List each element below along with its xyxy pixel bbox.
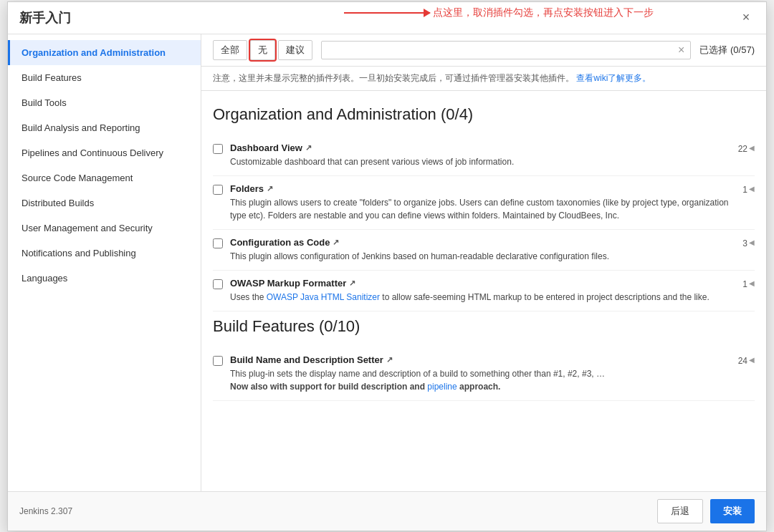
- plugin-link-icon-config-as-code: ↗: [333, 238, 339, 247]
- sidebar-item-org-admin[interactable]: Organization and Administration: [8, 40, 201, 65]
- plugin-content-config-as-code: Configuration as Code ↗ This plugin allo…: [230, 237, 735, 263]
- plugin-checkbox-build-name-setter[interactable]: [213, 356, 223, 366]
- notice-wiki-link[interactable]: 查看wiki了解更多。: [576, 73, 651, 83]
- section-title-org-admin: Organization and Administration (0/4): [213, 105, 755, 124]
- tab-suggest[interactable]: 建议: [278, 40, 312, 60]
- plugin-desc-folders: This plugin allows users to create "fold…: [230, 196, 735, 222]
- sidebar-item-build-features[interactable]: Build Features: [8, 65, 201, 90]
- dialog-title: 新手入门: [19, 9, 71, 26]
- section-title-build-features: Build Features (0/10): [213, 317, 755, 336]
- plugin-desc-dashboard-view: Customizable dashboard that can present …: [230, 155, 731, 168]
- plugin-item-config-as-code: Configuration as Code ↗ This plugin allo…: [213, 230, 755, 271]
- pipeline-link[interactable]: pipeline: [427, 382, 457, 392]
- annotation-arrow-line: [344, 12, 430, 14]
- main-dialog: 新手入门 点这里，取消插件勾选，再点安装按钮进入下一步 × Organizati…: [7, 1, 767, 531]
- jenkins-version: Jenkins 2.307: [19, 506, 72, 516]
- plugin-count-build-name-setter: 24 ◀: [738, 354, 755, 366]
- plugin-link-icon-owasp: ↗: [349, 279, 355, 288]
- owasp-sanitizer-link[interactable]: OWASP Java HTML Sanitizer: [267, 292, 380, 302]
- sidebar-item-notifications[interactable]: Notifications and Publishing: [8, 241, 201, 266]
- plugin-content-dashboard-view: Dashboard View ↗ Customizable dashboard …: [230, 142, 731, 168]
- plugin-link-icon-folders: ↗: [267, 184, 273, 193]
- footer-buttons: 后退 安装: [657, 499, 755, 523]
- back-button[interactable]: 后退: [657, 499, 703, 523]
- dialog-header: 新手入门 点这里，取消插件勾选，再点安装按钮进入下一步 ×: [8, 2, 766, 34]
- plugin-item-folders: Folders ↗ This plugin allows users to cr…: [213, 176, 755, 230]
- plugin-count-dashboard-view: 22 ◀: [738, 142, 755, 154]
- plugin-item-dashboard-view: Dashboard View ↗ Customizable dashboard …: [213, 135, 755, 176]
- annotation: 点这里，取消插件勾选，再点安装按钮进入下一步: [344, 6, 654, 19]
- sidebar: Organization and Administration Build Fe…: [8, 34, 201, 491]
- plugin-count-folders: 1 ◀: [742, 183, 755, 195]
- plugin-count-owasp: 1 ◀: [742, 278, 755, 289]
- sidebar-item-source-code[interactable]: Source Code Management: [8, 165, 201, 190]
- sidebar-item-build-analysis[interactable]: Build Analysis and Reporting: [8, 115, 201, 140]
- sidebar-item-user-management[interactable]: User Management and Security: [8, 216, 201, 241]
- plugin-name-dashboard-view: Dashboard View ↗: [230, 142, 731, 153]
- notice-bar: 注意，这里并未显示完整的插件列表。一旦初始安装完成后，可通过插件管理器安装其他插…: [201, 67, 766, 91]
- plugin-item-build-name-setter: Build Name and Description Setter ↗ This…: [213, 347, 755, 401]
- sidebar-item-build-tools[interactable]: Build Tools: [8, 90, 201, 115]
- plugin-list: Organization and Administration (0/4) Da…: [201, 91, 766, 491]
- selected-count: 已选择 (0/57): [699, 44, 755, 57]
- dialog-footer: Jenkins 2.307 后退 安装: [8, 491, 766, 531]
- search-box: ×: [321, 41, 691, 59]
- close-button[interactable]: ×: [737, 9, 755, 26]
- plugin-link-icon-build-name-setter: ↗: [386, 355, 393, 364]
- plugin-count-config-as-code: 3 ◀: [742, 237, 755, 248]
- tab-all[interactable]: 全部: [213, 40, 247, 60]
- main-content: 全部 无 建议 × 已选择 (0/57) 注意，这里并未显示完整的插: [201, 34, 766, 491]
- sidebar-item-languages[interactable]: Languages: [8, 266, 201, 291]
- search-clear-button[interactable]: ×: [678, 44, 684, 57]
- plugin-checkbox-folders[interactable]: [213, 185, 223, 195]
- dialog-body: Organization and Administration Build Fe…: [8, 34, 766, 491]
- plugin-link-icon-dashboard-view: ↗: [305, 143, 312, 153]
- plugin-checkbox-config-as-code[interactable]: [213, 238, 223, 248]
- sidebar-item-distributed-builds[interactable]: Distributed Builds: [8, 190, 201, 216]
- plugin-content-build-name-setter: Build Name and Description Setter ↗ This…: [230, 354, 731, 393]
- plugin-name-build-name-setter: Build Name and Description Setter ↗: [230, 354, 731, 365]
- sidebar-item-pipelines[interactable]: Pipelines and Continuous Delivery: [8, 140, 201, 165]
- tab-none[interactable]: 无: [250, 40, 275, 60]
- plugin-checkbox-dashboard-view[interactable]: [213, 144, 223, 154]
- plugin-name-config-as-code: Configuration as Code ↗: [230, 237, 735, 248]
- plugin-desc-owasp: Uses the OWASP Java HTML Sanitizer to al…: [230, 291, 735, 304]
- plugin-desc-config-as-code: This plugin allows configuration of Jenk…: [230, 250, 735, 263]
- plugin-content-owasp: OWASP Markup Formatter ↗ Uses the OWASP …: [230, 278, 735, 304]
- search-input[interactable]: [328, 44, 678, 55]
- install-button[interactable]: 安装: [710, 499, 755, 523]
- plugin-content-folders: Folders ↗ This plugin allows users to cr…: [230, 183, 735, 222]
- plugin-item-owasp: OWASP Markup Formatter ↗ Uses the OWASP …: [213, 271, 755, 311]
- plugin-desc-build-name-setter: This plug-in sets the display name and d…: [230, 367, 731, 393]
- plugin-name-owasp: OWASP Markup Formatter ↗: [230, 278, 735, 289]
- tabs-bar: 全部 无 建议 × 已选择 (0/57): [201, 34, 766, 67]
- plugin-checkbox-owasp[interactable]: [213, 279, 223, 289]
- plugin-name-folders: Folders ↗: [230, 183, 735, 194]
- annotation-text: 点这里，取消插件勾选，再点安装按钮进入下一步: [433, 6, 654, 19]
